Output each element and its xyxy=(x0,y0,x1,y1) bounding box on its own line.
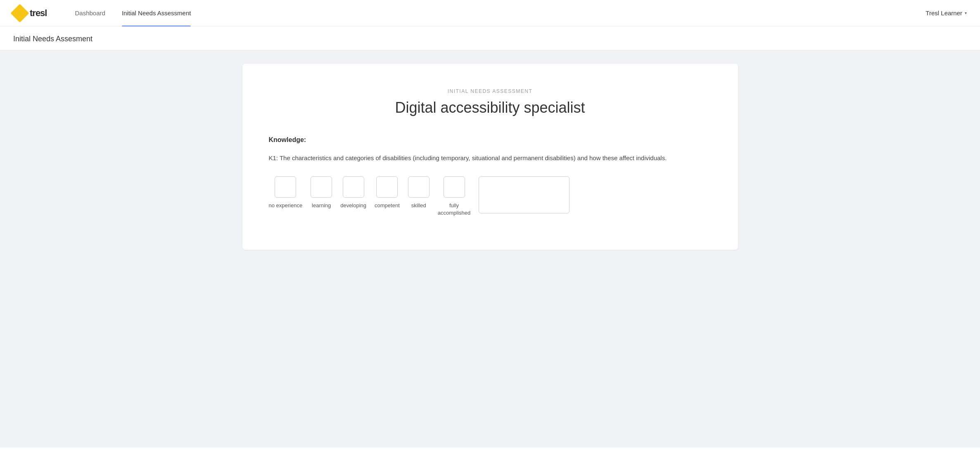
rating-option-learning[interactable]: learning xyxy=(311,176,332,209)
rating-label-fully-accomplished: fullyaccomplished xyxy=(438,202,471,217)
rating-checkbox-fully-accomplished[interactable] xyxy=(444,176,465,198)
rating-option-fully-accomplished[interactable]: fullyaccomplished xyxy=(438,176,471,217)
rating-textarea-k1[interactable] xyxy=(479,176,569,213)
assessment-card: INITIAL NEEDS ASSESSMENT Digital accessi… xyxy=(242,64,738,250)
nav-user-name: Tresl Learner xyxy=(925,9,962,17)
logo-diamond-icon xyxy=(10,4,29,22)
logo[interactable]: tresl xyxy=(13,7,47,20)
rating-option-skilled[interactable]: skilled xyxy=(408,176,429,209)
chevron-down-icon: ▾ xyxy=(965,11,967,15)
rating-label-developing: developing xyxy=(340,202,366,209)
rating-label-no-experience: no experience xyxy=(269,202,303,209)
logo-text: tresl xyxy=(30,8,47,19)
rating-label-competent: competent xyxy=(375,202,400,209)
rating-checkbox-skilled[interactable] xyxy=(408,176,429,198)
rating-row: no experience learning developing compet… xyxy=(269,176,712,217)
rating-checkbox-competent[interactable] xyxy=(376,176,398,198)
navbar: tresl Dashboard Initial Needs Assessment… xyxy=(0,0,980,26)
rating-checkbox-developing[interactable] xyxy=(343,176,364,198)
nav-user[interactable]: Tresl Learner ▾ xyxy=(925,9,967,17)
rating-checkbox-no-experience[interactable] xyxy=(275,176,296,198)
card-subtitle: INITIAL NEEDS ASSESSMENT xyxy=(269,88,712,94)
rating-checkbox-learning[interactable] xyxy=(311,176,332,198)
rating-option-no-experience[interactable]: no experience xyxy=(269,176,303,209)
rating-label-learning: learning xyxy=(312,202,331,209)
rating-option-competent[interactable]: competent xyxy=(375,176,400,209)
section-label: Knowledge: xyxy=(269,136,712,144)
main-content: INITIAL NEEDS ASSESSMENT Digital accessi… xyxy=(0,50,980,448)
nav-link-initial-needs-assessment[interactable]: Initial Needs Assessment xyxy=(114,0,199,26)
rating-option-developing[interactable]: developing xyxy=(340,176,366,209)
page-header: Initial Needs Assesment xyxy=(0,26,980,50)
nav-links: Dashboard Initial Needs Assessment xyxy=(66,0,925,26)
question-k1: K1: The characteristics and categories o… xyxy=(269,154,712,163)
page-title: Initial Needs Assesment xyxy=(13,35,967,43)
card-title: Digital accessibility specialist xyxy=(269,99,712,116)
nav-link-dashboard[interactable]: Dashboard xyxy=(66,0,113,26)
rating-label-skilled: skilled xyxy=(411,202,426,209)
